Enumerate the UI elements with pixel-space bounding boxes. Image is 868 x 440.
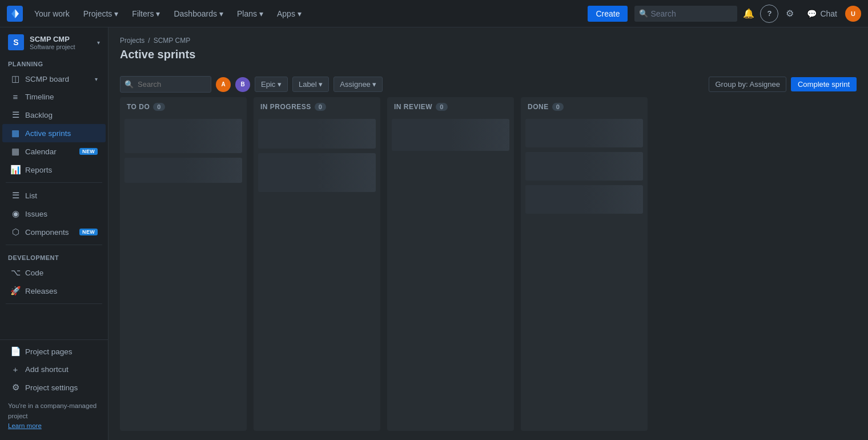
column-todo-body[interactable] xyxy=(120,115,247,431)
skeleton-card xyxy=(258,153,376,192)
settings-button[interactable]: ⚙ xyxy=(781,5,799,23)
your-work-button[interactable]: Your work xyxy=(29,7,75,21)
column-todo: TO DO 0 xyxy=(120,97,247,431)
board-toolbar: 🔍 A B Epic ▾ Label ▾ Assignee ▾ xyxy=(108,71,868,97)
timeline-icon: ≡ xyxy=(10,92,21,102)
help-icon: ? xyxy=(767,9,771,18)
sidebar-item-backlog[interactable]: ☰ Backlog xyxy=(2,106,106,124)
sidebar-label-backlog: Backlog xyxy=(25,111,98,119)
sidebar-item-components[interactable]: ⬡ Components NEW xyxy=(2,223,106,241)
sidebar-item-calendar[interactable]: ▦ Calendar NEW xyxy=(2,142,106,161)
sidebar-label-components: Components xyxy=(25,228,75,237)
projects-button[interactable]: Projects ▾ xyxy=(78,7,124,21)
assignee-avatar-1[interactable]: A xyxy=(216,77,231,92)
development-section-label: DEVELOPMENT xyxy=(0,249,108,263)
column-review: IN REVIEW 0 xyxy=(387,97,514,431)
sidebar-label-releases: Releases xyxy=(25,287,98,295)
sidebar-item-active-sprints[interactable]: ▦ Active sprints xyxy=(2,124,106,142)
sidebar-footer: You're in a company-managed project Lear… xyxy=(0,397,108,435)
column-review-body[interactable] xyxy=(387,115,514,431)
skeleton-card xyxy=(392,119,509,151)
project-name: SCMP CMP xyxy=(30,35,91,43)
reports-icon: 📊 xyxy=(10,165,21,175)
scmp-board-chevron-icon: ▾ xyxy=(95,76,98,82)
column-done-count: 0 xyxy=(552,103,564,111)
board-title-row: Active sprints xyxy=(120,48,857,61)
sidebar-item-project-settings[interactable]: ⚙ Project settings xyxy=(2,378,106,397)
topnav-right-area: Create 🔍 🔔 ? ⚙ 💬 Chat U xyxy=(585,5,861,23)
label-filter[interactable]: Label ▾ xyxy=(292,77,329,92)
assignee-avatar-2[interactable]: B xyxy=(235,77,250,92)
sidebar-item-list[interactable]: ☰ List xyxy=(2,186,106,205)
skeleton-card xyxy=(525,185,643,214)
sidebar-label-project-settings: Project settings xyxy=(25,383,98,392)
backlog-icon: ☰ xyxy=(10,110,21,120)
apps-button[interactable]: Apps ▾ xyxy=(271,7,307,21)
sidebar-item-timeline[interactable]: ≡ Timeline xyxy=(2,88,106,106)
sidebar-item-scmp-board[interactable]: ◫ SCMP board ▾ xyxy=(2,70,106,88)
main-body: S SCMP CMP Software project ▾ PLANNING ◫… xyxy=(0,27,868,440)
column-todo-header: TO DO 0 xyxy=(120,97,247,115)
sidebar-item-code[interactable]: ⌥ Code xyxy=(2,263,106,282)
sidebar-item-reports[interactable]: 📊 Reports xyxy=(2,161,106,179)
column-review-header: IN REVIEW 0 xyxy=(387,97,514,115)
sidebar-divider-1 xyxy=(6,182,102,183)
sidebar-divider-3 xyxy=(6,303,102,304)
dashboards-button[interactable]: Dashboards ▾ xyxy=(168,7,229,21)
chat-icon: 💬 xyxy=(807,9,817,18)
learn-more-link[interactable]: Learn more xyxy=(8,422,42,429)
project-type: Software project xyxy=(30,43,91,50)
top-navigation: Your work Projects ▾ Filters ▾ Dashboard… xyxy=(0,0,868,27)
breadcrumb-project-name[interactable]: SCMP CMP xyxy=(154,37,190,45)
column-inprogress: IN PROGRESS 0 xyxy=(254,97,380,431)
user-avatar[interactable]: U xyxy=(845,6,861,22)
sidebar-item-project-pages[interactable]: 📄 Project pages xyxy=(2,342,106,361)
sidebar-label-list: List xyxy=(25,191,98,200)
notifications-icon: 🔔 xyxy=(743,8,754,19)
filters-button[interactable]: Filters ▾ xyxy=(126,7,166,21)
page-title: Active sprints xyxy=(120,48,195,61)
plans-button[interactable]: Plans ▾ xyxy=(231,7,269,21)
help-button[interactable]: ? xyxy=(760,5,778,23)
project-header[interactable]: S SCMP CMP Software project ▾ xyxy=(0,27,108,55)
assignee-filter[interactable]: Assignee ▾ xyxy=(333,77,383,92)
sidebar-item-releases[interactable]: 🚀 Releases xyxy=(2,282,106,300)
epic-filter[interactable]: Epic ▾ xyxy=(255,77,288,92)
sidebar-item-issues[interactable]: ◉ Issues xyxy=(2,205,106,223)
skeleton-card xyxy=(525,152,643,181)
column-inprogress-header: IN PROGRESS 0 xyxy=(254,97,380,115)
board-search-input[interactable] xyxy=(120,76,211,93)
releases-icon: 🚀 xyxy=(10,286,21,296)
project-info: SCMP CMP Software project xyxy=(30,35,91,50)
toolbar-search-wrap: 🔍 xyxy=(120,76,211,93)
issues-icon: ◉ xyxy=(10,209,21,219)
active-sprints-icon: ▦ xyxy=(10,128,21,138)
sidebar: S SCMP CMP Software project ▾ PLANNING ◫… xyxy=(0,27,108,440)
sidebar-label-add-shortcut: Add shortcut xyxy=(25,365,98,374)
skeleton-card xyxy=(525,119,643,147)
sidebar-item-add-shortcut[interactable]: + Add shortcut xyxy=(2,361,106,378)
create-button[interactable]: Create xyxy=(588,6,628,22)
calendar-icon: ▦ xyxy=(10,146,21,157)
content-area: Projects / SCMP CMP Active sprints 🔍 A B… xyxy=(108,27,868,440)
column-done: DONE 0 xyxy=(521,97,648,431)
planning-section-label: PLANNING xyxy=(0,55,108,70)
jira-logo[interactable] xyxy=(7,6,23,22)
complete-sprint-button[interactable]: Complete sprint xyxy=(791,77,857,91)
column-done-body[interactable] xyxy=(521,115,648,431)
column-inprogress-body[interactable] xyxy=(254,115,380,431)
project-icon: S xyxy=(8,34,24,50)
project-settings-icon: ⚙ xyxy=(10,382,21,393)
sidebar-divider-2 xyxy=(6,245,102,245)
group-by-button[interactable]: Group by: Assignee xyxy=(709,77,786,92)
code-icon: ⌥ xyxy=(10,267,21,278)
breadcrumb-separator: / xyxy=(148,37,150,45)
breadcrumb-projects[interactable]: Projects xyxy=(120,37,144,45)
chat-button[interactable]: 💬 Chat xyxy=(801,7,843,21)
search-input[interactable] xyxy=(634,6,737,22)
project-chevron-icon: ▾ xyxy=(97,39,100,46)
sidebar-label-timeline: Timeline xyxy=(25,93,98,101)
notifications-button[interactable]: 🔔 xyxy=(740,5,758,23)
settings-icon: ⚙ xyxy=(786,8,794,19)
skeleton-card xyxy=(258,119,376,149)
